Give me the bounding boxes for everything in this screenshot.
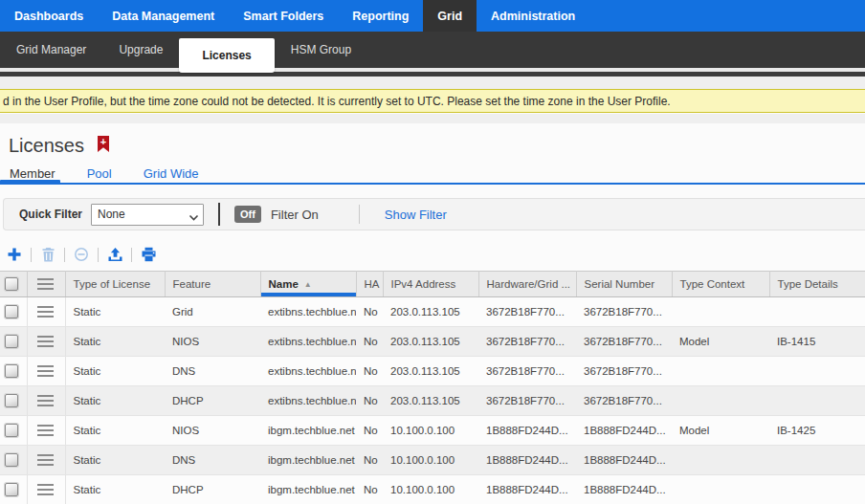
row-checkbox[interactable] — [5, 394, 18, 407]
filter-bar-divider — [359, 205, 360, 224]
cell-type-context — [672, 475, 769, 504]
disable-icon[interactable] — [72, 245, 91, 264]
warning-text: d in the User Profile, but the time zone… — [3, 95, 671, 108]
cell-type-context — [672, 357, 769, 386]
column-header-name[interactable]: Name▲ — [260, 272, 356, 297]
cell-feature: NIOS — [165, 327, 260, 357]
filter-toggle-button[interactable]: Off — [234, 206, 261, 223]
cell-ha: No — [356, 416, 383, 446]
delete-icon[interactable] — [38, 245, 57, 264]
cell-feature: DHCP — [165, 475, 260, 504]
cell-name: extibns.techblue.net — [260, 386, 356, 416]
timezone-warning-banner: d in the User Profile, but the time zone… — [0, 89, 865, 113]
column-header-serial-number[interactable]: Serial Number — [576, 272, 672, 297]
cell-type-details — [769, 386, 865, 416]
row-checkbox[interactable] — [5, 424, 18, 437]
column-header-name-label: Name — [269, 278, 299, 290]
cell-type-context — [672, 446, 769, 475]
toolbar-separator — [31, 248, 32, 262]
nav-item-grid[interactable]: Grid — [423, 0, 477, 32]
quick-filter-label: Quick Filter — [19, 208, 82, 221]
tabs-underline — [0, 183, 865, 185]
cell-type-context: Model — [672, 416, 769, 446]
menu-icon[interactable] — [37, 454, 54, 466]
subnav-item-upgrade[interactable]: Upgrade — [102, 32, 179, 68]
filter-bar-divider — [218, 203, 220, 226]
cell-ipv4: 203.0.113.105 — [383, 386, 478, 416]
table-row[interactable]: Static DHCP ibgm.techblue.net No 10.100.… — [0, 475, 865, 504]
cell-feature: Grid — [165, 297, 260, 327]
menu-icon[interactable] — [37, 484, 54, 495]
bookmark-icon[interactable] — [98, 136, 109, 152]
column-header-type-context[interactable]: Type Context — [672, 272, 769, 297]
cell-serial: 1B888FD244D... — [576, 475, 672, 504]
menu-icon[interactable] — [37, 306, 54, 318]
column-header-type-details[interactable]: Type Details — [769, 272, 865, 297]
main-nav: Dashboards Data Management Smart Folders… — [0, 0, 865, 32]
export-upload-icon[interactable] — [105, 245, 124, 264]
table-row[interactable]: Static NIOS extibns.techblue.net No 203.… — [0, 327, 865, 357]
subnav-divider-strip — [0, 72, 865, 77]
cell-name: ibgm.techblue.net — [260, 416, 356, 446]
cell-type-of-license: Static — [65, 446, 165, 475]
row-menu-cell — [27, 327, 65, 357]
nav-item-smart-folders[interactable]: Smart Folders — [229, 0, 338, 32]
cell-hardware: 3672B18F770... — [478, 297, 576, 327]
table-row[interactable]: Static DHCP extibns.techblue.net No 203.… — [0, 386, 865, 416]
menu-icon[interactable] — [37, 365, 54, 377]
licenses-table: Type of License Feature Name▲ HA IPv4 Ad… — [0, 271, 865, 504]
column-header-ha[interactable]: HA — [356, 272, 383, 297]
quick-filter-select[interactable]: None — [91, 204, 204, 226]
row-select-cell — [0, 416, 27, 446]
toolbar-separator — [64, 248, 65, 262]
nav-item-reporting[interactable]: Reporting — [338, 0, 423, 32]
menu-icon[interactable] — [37, 336, 54, 347]
row-menu-cell — [27, 446, 65, 475]
row-checkbox[interactable] — [5, 364, 18, 378]
row-checkbox[interactable] — [5, 453, 18, 467]
cell-serial: 1B888FD244D... — [576, 446, 672, 475]
cell-type-of-license: Static — [65, 416, 165, 446]
cell-ha: No — [356, 357, 383, 386]
row-checkbox[interactable] — [5, 335, 18, 348]
table-row[interactable]: Static DNS extibns.techblue.net No 203.0… — [0, 357, 865, 386]
cell-ha: No — [356, 297, 383, 327]
cell-ha: No — [356, 446, 383, 475]
cell-type-details — [769, 357, 865, 386]
filter-on-label: Filter On — [271, 208, 319, 222]
menu-icon[interactable] — [37, 395, 54, 406]
cell-ipv4: 203.0.113.105 — [383, 357, 478, 386]
toolbar-separator — [98, 248, 99, 262]
print-icon[interactable] — [139, 245, 158, 264]
nav-item-administration[interactable]: Administration — [477, 0, 589, 32]
cell-name: ibgm.techblue.net — [260, 446, 356, 475]
cell-hardware: 1B888FD244D... — [478, 416, 576, 446]
menu-icon[interactable] — [37, 278, 54, 290]
column-header-hardware-grid[interactable]: Hardware/Grid ... — [478, 272, 576, 297]
cell-hardware: 3672B18F770... — [478, 327, 576, 357]
row-checkbox[interactable] — [5, 305, 18, 318]
row-select-cell — [0, 475, 27, 504]
subnav-item-hsm-group[interactable]: HSM Group — [275, 32, 367, 68]
quick-filter-select-wrap: None — [91, 204, 204, 226]
column-header-type-of-license[interactable]: Type of License — [65, 272, 165, 297]
show-filter-link[interactable]: Show Filter — [385, 208, 447, 222]
cell-hardware: 1B888FD244D... — [478, 475, 576, 504]
subnav-item-grid-manager[interactable]: Grid Manager — [0, 32, 102, 68]
subnav-item-licenses[interactable]: Licenses — [179, 38, 274, 73]
nav-item-dashboards[interactable]: Dashboards — [0, 0, 98, 32]
cell-serial: 1B888FD244D... — [576, 416, 672, 446]
column-header-feature[interactable]: Feature — [165, 272, 260, 297]
table-row[interactable]: Static Grid extibns.techblue.net No 203.… — [0, 297, 865, 327]
table-row[interactable]: Static NIOS ibgm.techblue.net No 10.100.… — [0, 416, 865, 446]
row-menu-cell — [27, 475, 65, 504]
cell-type-of-license: Static — [65, 357, 165, 386]
select-all-checkbox[interactable] — [5, 277, 18, 291]
row-checkbox[interactable] — [5, 483, 18, 496]
cell-type-context — [672, 297, 769, 327]
nav-item-data-management[interactable]: Data Management — [98, 0, 229, 32]
column-header-ipv4-address[interactable]: IPv4 Address — [383, 272, 478, 297]
menu-icon[interactable] — [37, 425, 54, 436]
table-row[interactable]: Static DNS ibgm.techblue.net No 10.100.0… — [0, 446, 865, 475]
add-icon[interactable] — [5, 245, 24, 264]
